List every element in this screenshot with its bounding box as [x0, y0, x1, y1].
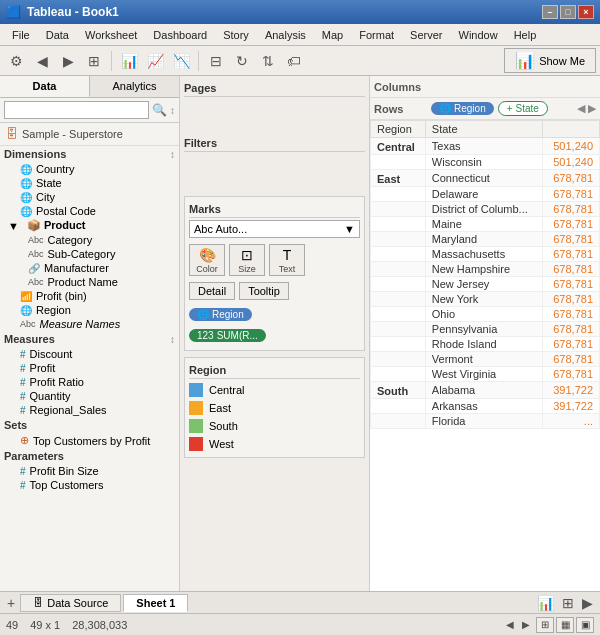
field-state[interactable]: 🌐 State — [0, 176, 179, 190]
search-icon[interactable]: 🔍 — [152, 103, 167, 117]
field-country[interactable]: 🌐 Country — [0, 162, 179, 176]
cell-state: West Virginia — [425, 367, 542, 382]
chain-icon: 🔗 — [28, 263, 40, 274]
grid-icon[interactable]: ⊞ — [559, 595, 577, 611]
db-icon: 🗄 — [6, 127, 18, 141]
toolbar-label[interactable]: 🏷 — [282, 50, 306, 72]
text-icon: T — [283, 247, 292, 263]
maximize-button[interactable]: □ — [560, 5, 576, 19]
size-button[interactable]: ⊡ Size — [229, 244, 265, 276]
search-bar: 🔍 ↕ — [0, 98, 179, 123]
toolbar-refresh[interactable]: ↻ — [230, 50, 254, 72]
menu-server[interactable]: Server — [402, 27, 450, 43]
toolbar-chart2[interactable]: 📈 — [143, 50, 167, 72]
title-bar-controls[interactable]: – □ × — [542, 5, 594, 19]
field-top-customers[interactable]: ⊕ Top Customers by Profit — [0, 433, 179, 448]
menu-analysis[interactable]: Analysis — [257, 27, 314, 43]
color-button[interactable]: 🎨 Color — [189, 244, 225, 276]
toolbar-back[interactable]: ◀ — [30, 50, 54, 72]
hash-icon-rs: # — [20, 405, 26, 416]
close-button[interactable]: × — [578, 5, 594, 19]
field-profit-ratio[interactable]: # Profit Ratio — [0, 375, 179, 389]
menu-format[interactable]: Format — [351, 27, 402, 43]
detail-button[interactable]: Detail — [189, 282, 235, 300]
menu-map[interactable]: Map — [314, 27, 351, 43]
measures-scroll[interactable]: ↕ — [170, 334, 175, 345]
menu-help[interactable]: Help — [506, 27, 545, 43]
menu-story[interactable]: Story — [215, 27, 257, 43]
cell-value: 501,240 — [543, 155, 600, 170]
app-icon: 🟦 — [6, 5, 21, 19]
show-me-button[interactable]: 📊 Show Me — [504, 48, 596, 73]
tooltip-button[interactable]: Tooltip — [239, 282, 289, 300]
field-profit-bin[interactable]: 📶 Profit (bin) — [0, 289, 179, 303]
field-measure-names[interactable]: Abc Measure Names — [0, 317, 179, 331]
toolbar-undo[interactable]: ⚙ — [4, 50, 28, 72]
field-quantity[interactable]: # Quantity — [0, 389, 179, 403]
menu-dashboard[interactable]: Dashboard — [145, 27, 215, 43]
field-subcategory[interactable]: Abc Sub-Category — [0, 247, 179, 261]
minimize-button[interactable]: – — [542, 5, 558, 19]
field-regional-sales[interactable]: # Regional_Sales — [0, 403, 179, 417]
toolbar-filter[interactable]: ⊟ — [204, 50, 228, 72]
view-btn-3[interactable]: ▣ — [576, 617, 594, 633]
tab-sheet1[interactable]: Sheet 1 — [123, 594, 188, 612]
cell-region — [371, 414, 426, 429]
search-input[interactable] — [4, 101, 149, 119]
field-product-group[interactable]: ▼ 📦 Product — [0, 218, 179, 233]
field-category[interactable]: Abc Category — [0, 233, 179, 247]
table-row: New York678,781 — [371, 292, 600, 307]
field-manufacturer[interactable]: 🔗 Manufacturer — [0, 261, 179, 275]
sum-pill[interactable]: 123 SUM(R... — [189, 329, 266, 342]
view-btn-2[interactable]: ▦ — [556, 617, 574, 633]
region-legend: Region Central East South West — [184, 357, 365, 458]
menu-data[interactable]: Data — [38, 27, 77, 43]
field-profit-bin-size[interactable]: # Profit Bin Size — [0, 464, 179, 478]
marks-title: Marks — [189, 201, 360, 218]
menu-window[interactable]: Window — [451, 27, 506, 43]
toolbar-forward[interactable]: ▶ — [56, 50, 80, 72]
row-pill-state[interactable]: + State — [498, 101, 548, 116]
cell-state: New York — [425, 292, 542, 307]
field-postal-code[interactable]: 🌐 Postal Code — [0, 204, 179, 218]
size-icon: ⊡ — [241, 247, 253, 263]
present-icon[interactable]: ▶ — [579, 595, 596, 611]
row-pill-region[interactable]: 🌐 Region — [431, 102, 494, 115]
legend-central: Central — [189, 381, 360, 399]
shelf-nav[interactable]: ◀ ▶ — [577, 102, 596, 115]
tab-analytics[interactable]: Analytics — [90, 76, 179, 97]
toolbar-home[interactable]: ⊞ — [82, 50, 106, 72]
menu-worksheet[interactable]: Worksheet — [77, 27, 145, 43]
scroll-handle[interactable]: ↕ — [170, 105, 175, 116]
bar-chart-icon[interactable]: 📊 — [534, 595, 557, 611]
field-top-customers-param[interactable]: # Top Customers — [0, 478, 179, 492]
color-icon: 🎨 — [199, 247, 216, 263]
columns-shelf: Columns — [370, 76, 600, 98]
field-product-name[interactable]: Abc Product Name — [0, 275, 179, 289]
toolbar-sort[interactable]: ⇅ — [256, 50, 280, 72]
field-region[interactable]: 🌐 Region — [0, 303, 179, 317]
add-sheet-icon[interactable]: + — [4, 595, 18, 611]
dimensions-scroll[interactable]: ↕ — [170, 149, 175, 160]
nav-prev-icon[interactable]: ◀ — [504, 619, 516, 630]
table-area[interactable]: Region State CentralTexas501,240Wisconsi… — [370, 120, 600, 591]
toolbar-chart3[interactable]: 📉 — [169, 50, 193, 72]
cell-region — [371, 155, 426, 170]
field-city[interactable]: 🌐 City — [0, 190, 179, 204]
sum-pill-icon: 123 — [197, 330, 214, 341]
table-row: New Hampshire678,781 — [371, 262, 600, 277]
field-discount[interactable]: # Discount — [0, 347, 179, 361]
marks-type-dropdown[interactable]: Abc Auto... ▼ — [189, 220, 360, 238]
text-button[interactable]: T Text — [269, 244, 305, 276]
toolbar-chart1[interactable]: 📊 — [117, 50, 141, 72]
tab-data[interactable]: Data — [0, 76, 90, 97]
field-profit[interactable]: # Profit — [0, 361, 179, 375]
view-btn-1[interactable]: ⊞ — [536, 617, 554, 633]
menu-file[interactable]: File — [4, 27, 38, 43]
region-pill[interactable]: 🌐 Region — [189, 308, 252, 321]
main-layout: Data Analytics 🔍 ↕ 🗄 Sample - Superstore… — [0, 76, 600, 591]
abc-icon-cat: Abc — [28, 235, 44, 245]
nav-next-icon[interactable]: ▶ — [520, 619, 532, 630]
tab-data-source[interactable]: 🗄 Data Source — [20, 594, 121, 612]
status-left: 49 49 x 1 28,308,033 — [6, 619, 127, 631]
